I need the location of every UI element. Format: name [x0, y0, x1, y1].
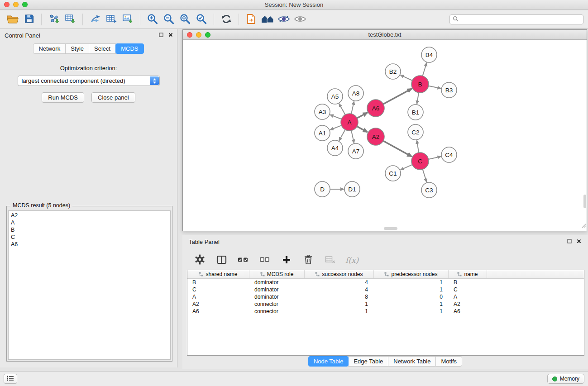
style-eye-button[interactable] [276, 12, 292, 27]
node-A3[interactable]: A3 [315, 104, 330, 119]
table-cell[interactable]: 4 [305, 286, 374, 293]
table-cell[interactable]: dominator [249, 279, 305, 286]
table-cell[interactable]: C [187, 286, 249, 293]
edge-C-C3[interactable] [423, 169, 427, 182]
maximize-window-button[interactable] [22, 2, 28, 7]
edge-B-B4[interactable] [423, 62, 427, 76]
tab-edge-table[interactable]: Edge Table [348, 356, 388, 367]
create-column-button[interactable] [280, 253, 293, 267]
network-window-titlebar[interactable]: testGlobe.txt [183, 30, 587, 40]
node-C4[interactable]: C4 [441, 147, 457, 162]
column-header[interactable]: name [449, 270, 487, 278]
edge-A-A4[interactable] [339, 130, 345, 141]
function-builder-button[interactable]: f(x) [345, 256, 359, 265]
app-titlebar[interactable]: Session: New Session [0, 0, 588, 10]
result-item[interactable]: A2 [9, 212, 170, 219]
export-image-button[interactable] [120, 12, 136, 27]
table-cell[interactable]: 1 [374, 301, 449, 307]
table-settings-button[interactable] [193, 253, 206, 267]
tab-mcds[interactable]: MCDS [115, 43, 143, 54]
edge-A2-C[interactable] [383, 141, 412, 157]
open-document-button[interactable] [243, 12, 259, 27]
node-C3[interactable]: C3 [421, 182, 437, 198]
network-hscroll-thumb[interactable] [384, 227, 397, 230]
table-cell[interactable]: dominator [249, 286, 305, 293]
node-A[interactable]: A [341, 114, 358, 131]
node-D1[interactable]: D1 [344, 181, 360, 197]
result-item[interactable]: C [9, 234, 170, 241]
close-window-button[interactable] [4, 2, 10, 7]
edge-C-C1[interactable] [400, 165, 412, 170]
edge-A-A3[interactable] [330, 114, 342, 119]
network-close-button[interactable] [187, 32, 192, 38]
new-network-button[interactable] [87, 12, 103, 27]
tab-style[interactable]: Style [65, 43, 89, 54]
edge-A-A8[interactable] [351, 101, 354, 114]
tab-network[interactable]: Network [33, 43, 66, 54]
resize-grip[interactable] [581, 222, 586, 230]
edge-A6-B[interactable] [383, 89, 412, 104]
zoom-out-button[interactable] [161, 12, 177, 27]
table-cell[interactable]: 1 [374, 308, 449, 315]
save-session-button[interactable] [21, 12, 37, 27]
home-view-button[interactable] [259, 12, 276, 27]
network-maximize-button[interactable] [205, 32, 210, 38]
edge-C-C2[interactable] [417, 140, 419, 152]
table-cell[interactable]: 0 [374, 294, 449, 300]
network-vscroll-thumb[interactable] [583, 195, 586, 208]
memory-indicator[interactable]: Memory [547, 374, 584, 384]
edge-A-A2[interactable] [357, 126, 368, 132]
table-row[interactable]: A2connector11A2 [187, 300, 584, 308]
node-D[interactable]: D [315, 181, 330, 197]
node-C1[interactable]: C1 [385, 166, 401, 181]
table-row[interactable]: A6connector11A6 [187, 308, 584, 315]
task-history-button[interactable] [4, 374, 17, 384]
table-cell[interactable]: C [449, 286, 487, 293]
edge-A-A7[interactable] [351, 131, 354, 143]
node-C[interactable]: C [411, 152, 429, 170]
table-cell[interactable]: B [449, 279, 487, 286]
table-cell[interactable]: 1 [305, 308, 374, 315]
column-header[interactable]: successor nodes [305, 270, 374, 278]
edge-B-B3[interactable] [429, 86, 441, 89]
import-table-button[interactable] [62, 12, 78, 27]
table-cell[interactable]: A [449, 294, 487, 300]
table-row[interactable]: Bdominator41B [187, 279, 584, 286]
show-hide-button[interactable] [292, 12, 308, 27]
minimize-window-button[interactable] [13, 2, 19, 7]
search-input[interactable] [459, 15, 583, 24]
table-cell[interactable]: 1 [305, 301, 374, 307]
table-cell[interactable]: B [187, 279, 249, 286]
edge-A-A5[interactable] [339, 104, 345, 115]
zoom-in-button[interactable] [144, 12, 161, 27]
tab-select[interactable]: Select [89, 43, 116, 54]
table-cell[interactable]: A2 [187, 301, 249, 307]
close-panel-action-button[interactable]: Close panel [91, 92, 135, 103]
node-B4[interactable]: B4 [421, 47, 437, 62]
delete-table-button[interactable] [324, 253, 336, 267]
table-cell[interactable]: 4 [305, 279, 374, 286]
node-A8[interactable]: A8 [348, 86, 363, 101]
node-B3[interactable]: B3 [441, 82, 457, 98]
edge-A-A6[interactable] [357, 113, 368, 118]
edge-B-B1[interactable] [417, 93, 419, 104]
node-A4[interactable]: A4 [327, 140, 343, 156]
table-cell[interactable]: connector [249, 301, 305, 307]
result-item[interactable]: A6 [9, 241, 170, 248]
node-B2[interactable]: B2 [385, 64, 401, 79]
tab-network-table[interactable]: Network Table [388, 356, 436, 367]
tab-motifs[interactable]: Motifs [435, 356, 462, 367]
deselect-all-columns-button[interactable] [258, 253, 271, 267]
search-field[interactable] [449, 14, 583, 24]
edge-B-B2[interactable] [400, 75, 412, 81]
node-A5[interactable]: A5 [327, 89, 343, 104]
table-cell[interactable]: 1 [374, 279, 449, 286]
table-cell[interactable]: dominator [249, 294, 305, 300]
table-cell[interactable]: A [187, 294, 249, 300]
network-graph[interactable]: B4B2BB3A8A5A6B1A3AC2A1A2A4A7C4CC1C3DD1 [183, 40, 587, 230]
table-cell[interactable]: connector [249, 308, 305, 315]
network-canvas[interactable]: B4B2BB3A8A5A6B1A3AC2A1A2A4A7C4CC1C3DD1 [183, 40, 587, 230]
table-cell[interactable]: A6 [449, 308, 487, 315]
open-session-button[interactable] [5, 12, 21, 27]
column-header[interactable]: predecessor nodes [374, 270, 449, 278]
